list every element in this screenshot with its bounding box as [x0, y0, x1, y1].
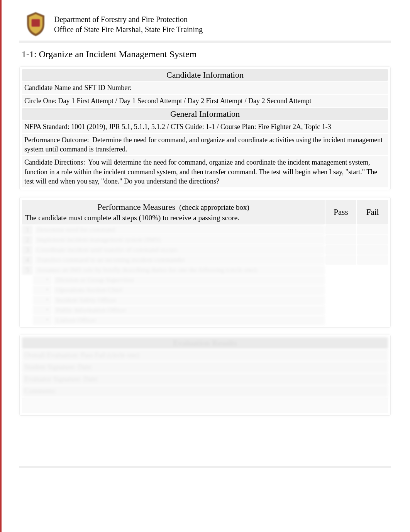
standards-row: NFPA Standard: 1001 (2019), JPR 5.1, 5.1… — [22, 121, 388, 133]
pm-sub-text: Liaison Officer — [53, 316, 325, 325]
evaluation-panel: Evaluation Results Overall Evaluation: P… — [19, 335, 391, 416]
pm-sub: (check appropriate box) — [179, 203, 249, 212]
directions-label: Candidate Directions: — [24, 158, 85, 166]
circle-one-label: Circle One: — [24, 97, 56, 105]
pm-sub-spacer — [22, 316, 33, 325]
page-header: Department of Forestry and Fire Protecti… — [19, 12, 391, 43]
pm-fail-cell[interactable] — [357, 265, 388, 275]
pm-row: 5Assumes an IMS role by briefly describi… — [22, 265, 388, 275]
pm-sub-spacer — [22, 275, 33, 285]
pm-row: 1Determine need for command — [22, 225, 388, 235]
general-info-heading: General Information — [22, 108, 388, 120]
pm-row: 2Implement incident management system (I… — [22, 235, 388, 245]
pm-header-left: Performance Measures (check appropriate … — [22, 200, 325, 224]
pm-subitem: •Liaison Officer — [22, 316, 388, 325]
pm-note: The candidate must complete all steps (1… — [25, 214, 322, 222]
circle-one-options: Day 1 First Attempt / Day 1 Second Attem… — [58, 97, 311, 105]
pm-fail-cell-empty — [357, 306, 388, 315]
pm-row-number: 1 — [22, 225, 33, 235]
nfpa-label: NFPA Standard: — [24, 123, 69, 131]
pm-row-number: 3 — [22, 245, 33, 255]
pm-fail-cell-empty — [357, 296, 388, 305]
pm-sub-text: Operations Section Chief — [53, 286, 325, 295]
pm-row-text: Assumes an IMS role by briefly describin… — [34, 265, 325, 275]
pm-row: 4Transfers command to an incoming incide… — [22, 255, 388, 265]
eval-comments-label: Comments: — [22, 386, 388, 397]
bullet-icon: • — [33, 316, 52, 325]
evaluation-heading: Evaluation Results — [22, 337, 388, 349]
eval-evaluator-row: Evaluator Signature: Date: — [22, 374, 388, 385]
pm-row-text: Implement incident management system (IM… — [34, 235, 325, 245]
performance-panel: Performance Measures (check appropriate … — [19, 197, 391, 328]
eval-comments-box — [22, 398, 388, 413]
department-lines: Department of Forestry and Fire Protecti… — [54, 14, 203, 34]
performance-outcome-row: Performance Outcome: Determine the need … — [22, 134, 388, 156]
circle-one-row: Circle One:Day 1 First Attempt / Day 1 S… — [22, 95, 388, 107]
pm-pass-cell[interactable] — [325, 255, 356, 265]
candidate-info-heading: Candidate Information — [22, 69, 388, 81]
agency-badge-icon — [25, 12, 46, 37]
pm-subitem: •Operations Section Chief — [22, 286, 388, 295]
pm-fail-cell[interactable] — [357, 255, 388, 265]
left-red-margin — [0, 0, 2, 480]
bullet-icon: • — [33, 286, 52, 295]
pm-row-text: Transfers command to an incoming inciden… — [34, 255, 325, 265]
bullet-icon: • — [33, 275, 52, 285]
pm-pass-cell-empty — [325, 316, 356, 325]
bullet-icon: • — [33, 306, 52, 315]
pm-rows-container: 1Determine need for command2Implement in… — [22, 225, 388, 275]
pm-sub-text: Incident Safety Officer — [53, 296, 325, 305]
dept-line-2: Office of State Fire Marshal, State Fire… — [54, 24, 203, 34]
pm-pass-cell-empty — [325, 286, 356, 295]
footer-divider — [19, 466, 391, 468]
pm-fail-cell[interactable] — [357, 225, 388, 235]
page-title: 1-1: Organize an Incident Management Sys… — [22, 49, 391, 59]
pm-pass-cell-empty — [325, 275, 356, 285]
pm-subitems-container: •Division or Group Supervisor•Operations… — [22, 275, 388, 325]
pm-subitem: •Division or Group Supervisor — [22, 275, 388, 285]
pm-fail-cell[interactable] — [357, 245, 388, 255]
pm-pass-cell[interactable] — [325, 225, 356, 235]
pm-fail-cell-empty — [357, 275, 388, 285]
pm-sub-spacer — [22, 286, 33, 295]
pm-pass-cell-empty — [325, 306, 356, 315]
candidate-directions-row: Candidate Directions: You will determine… — [22, 156, 388, 187]
pm-pass-cell-empty — [325, 296, 356, 305]
bullet-icon: • — [33, 296, 52, 305]
pm-row-text: Determine need for command — [34, 225, 325, 235]
pm-row-number: 2 — [22, 235, 33, 245]
pm-col-pass: Pass — [325, 200, 356, 224]
pm-header-row: Performance Measures (check appropriate … — [22, 200, 388, 224]
pm-fail-cell-empty — [357, 286, 388, 295]
pm-sub-spacer — [22, 296, 33, 305]
pm-row: 3Coordinate incident until transfer of c… — [22, 245, 388, 255]
pm-pass-cell[interactable] — [325, 245, 356, 255]
pm-pass-cell[interactable] — [325, 265, 356, 275]
pm-heading: Performance Measures — [97, 202, 175, 212]
course-value: Fire Fighter 2A, Topic 1-3 — [258, 123, 331, 131]
candidate-name-row: Candidate Name and SFT ID Number: — [22, 82, 388, 94]
pm-pass-cell[interactable] — [325, 235, 356, 245]
eval-student-row: Student Signature: Date: — [22, 362, 388, 373]
candidate-name-label: Candidate Name and SFT ID Number: — [24, 84, 132, 92]
pm-sub-text: Public Information Officer — [53, 306, 325, 315]
pm-fail-cell-empty — [357, 316, 388, 325]
pm-subitem: •Incident Safety Officer — [22, 296, 388, 305]
directions-lead: You will — [88, 158, 112, 166]
info-panel: Candidate Information Candidate Name and… — [19, 66, 391, 190]
pm-row-number: 5 — [22, 265, 33, 275]
course-label: Course Plan: — [220, 123, 256, 131]
nfpa-value: 1001 (2019), JPR 5.1, 5.1.1, 5.1.2 / — [71, 123, 169, 131]
cts-value: 1-1 / — [206, 123, 219, 131]
pm-col-fail: Fail — [357, 200, 388, 224]
pm-row-number: 4 — [22, 255, 33, 265]
pm-sub-text: Division or Group Supervisor — [53, 275, 325, 285]
eval-overall-row: Overall Evaluation: Pass Fail (circle on… — [22, 350, 388, 361]
svg-rect-0 — [32, 19, 40, 27]
pm-fail-cell[interactable] — [357, 235, 388, 245]
pm-row-text: Coordinate incident until transfer of co… — [34, 245, 325, 255]
perf-outcome-label: Performance Outcome: — [24, 136, 89, 144]
pm-subitem: •Public Information Officer — [22, 306, 388, 315]
dept-line-1: Department of Forestry and Fire Protecti… — [54, 14, 203, 24]
cts-label: CTS Guide: — [171, 123, 204, 131]
